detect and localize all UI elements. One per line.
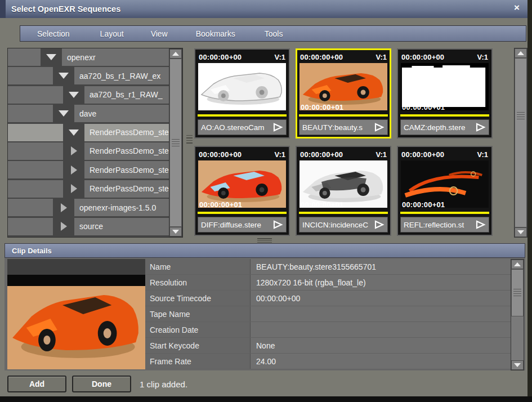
chevron-down-icon[interactable] — [69, 92, 79, 98]
chevron-right-icon[interactable] — [71, 146, 77, 155]
menu-tools[interactable]: Tools — [262, 29, 285, 38]
clip-name: CAMZ:depth.stere — [404, 123, 475, 132]
close-icon[interactable]: × — [514, 2, 520, 14]
scroll-up-icon[interactable] — [515, 48, 527, 58]
window-edge — [527, 0, 532, 402]
timecode-start: 00:00:00+00 — [300, 150, 343, 159]
clip-name: BEAUTY:beauty.s — [302, 123, 374, 132]
tree-item-renderpassdemo-3[interactable]: RenderPassDemo_ste — [8, 161, 169, 178]
scroll-down-icon[interactable] — [169, 227, 182, 236]
clip-preview-image — [7, 275, 145, 369]
window-edge — [0, 396, 532, 402]
play-icon[interactable] — [272, 220, 283, 229]
timecode-start: 00:00:00+00 — [199, 53, 242, 61]
details-scrollbar[interactable] — [511, 259, 524, 370]
version-label: V:1 — [274, 150, 285, 159]
tree-scroll-thumb[interactable] — [169, 59, 182, 227]
clip-tile-beauty-selected[interactable]: 00:00:00+00V:1 00:00:00+01 BEAUTY:beauty… — [296, 48, 391, 139]
scroll-up-icon[interactable] — [511, 260, 524, 269]
clip-label-bar[interactable]: BEAUTY:beauty.s — [299, 119, 388, 135]
detail-row-tape-name: Tape Name — [145, 306, 518, 322]
clip-details-title: Clip Details — [12, 247, 52, 255]
clip-thumbnail: 00:00:00+01 — [299, 63, 387, 110]
timecode-end: 00:00:00+01 — [402, 200, 445, 209]
timecode-end: 00:00:00+01 — [199, 103, 242, 111]
menu-selection[interactable]: Selection — [35, 29, 72, 38]
grid-scroll-thumb[interactable] — [515, 58, 527, 227]
clip-tile-ao[interactable]: 00:00:00+00V:1 00:00:00+01 AO:AO.stereoC… — [194, 48, 290, 139]
scroll-up-icon[interactable] — [169, 49, 182, 59]
version-label: V:1 — [477, 150, 488, 159]
add-button[interactable]: Add — [7, 376, 66, 392]
menu-bar: Selection Layout View Bookmarks Tools — [20, 25, 526, 42]
detail-row-source-timecode: Source Timecode00:00:00+00 — [145, 291, 518, 306]
clip-grid: 00:00:00+00V:1 00:00:00+01 AO:AO.stereoC… — [194, 48, 513, 236]
clip-timeline-bar — [198, 114, 287, 117]
clip-label-bar[interactable]: DIFF:diffuse.stere — [198, 217, 287, 233]
splitter-grip-icon — [257, 238, 272, 243]
clip-label-bar[interactable]: CAMZ:depth.stere — [400, 119, 489, 135]
clip-name: DIFF:diffuse.stere — [201, 221, 272, 229]
clip-preview — [7, 259, 145, 369]
clip-tile-diff[interactable]: 00:00:00+00V:1 00:00:00+01 DIFF:diffuse.… — [194, 146, 290, 236]
tree-item-openexr[interactable]: openexr — [8, 48, 169, 66]
scroll-down-icon[interactable] — [511, 360, 524, 370]
timecode-start: 00:00:00+00 — [300, 53, 343, 61]
chevron-right-icon[interactable] — [71, 166, 77, 175]
detail-row-name: NameBEAUTY:beauty.stere3155665701 — [145, 259, 518, 275]
play-icon[interactable] — [374, 220, 385, 229]
tree-item-openexr-images[interactable]: openexr-images-1.5.0 — [8, 199, 169, 216]
clip-thumbnail: 00:00:00+01 — [299, 160, 387, 208]
details-scroll-thumb[interactable] — [511, 269, 524, 316]
clip-timeline-bar — [400, 212, 489, 214]
play-icon[interactable] — [475, 123, 486, 132]
clip-timeline-bar — [400, 114, 489, 117]
vertical-splitter[interactable] — [186, 48, 193, 236]
scroll-down-icon[interactable] — [515, 227, 527, 237]
horizontal-splitter[interactable] — [194, 237, 515, 243]
clip-label-bar[interactable]: REFL:reflection.st — [400, 217, 489, 233]
clip-timeline-bar — [198, 212, 287, 214]
menu-view[interactable]: View — [149, 29, 170, 38]
clip-details-panel: NameBEAUTY:beauty.stere3155665701 Resolu… — [5, 258, 525, 370]
clip-tile-refl[interactable]: 00:00:00+00V:1 00:00:00+01 REFL:reflecti… — [397, 146, 493, 236]
play-icon[interactable] — [475, 220, 486, 229]
menu-bookmarks[interactable]: Bookmarks — [194, 29, 238, 38]
clip-label-bar[interactable]: INCICN:incidenceC — [299, 217, 388, 233]
chevron-right-icon[interactable] — [61, 203, 67, 212]
timecode-end: 00:00:00+01 — [301, 200, 343, 209]
tree-item-dave[interactable]: dave — [8, 105, 169, 122]
chevron-down-icon[interactable] — [69, 129, 79, 136]
clip-tile-camz[interactable]: 00:00:00+00V:1 00:00:00+01 CAMZ:depth.st… — [397, 48, 493, 139]
tree-item-source[interactable]: source — [8, 218, 169, 235]
clip-name: INCICN:incidenceC — [302, 221, 374, 229]
chevron-down-icon[interactable] — [59, 73, 69, 79]
done-button[interactable]: Done — [72, 376, 131, 392]
grid-scrollbar[interactable] — [514, 48, 527, 238]
tree-item-aa720-ex[interactable]: aa720_bs_r1_RAW_ex — [8, 67, 169, 84]
clip-thumbnail: 00:00:00+01 — [401, 160, 489, 208]
tree-item-renderpassdemo-4[interactable]: RenderPassDemo_ste — [8, 180, 169, 198]
menu-layout[interactable]: Layout — [98, 29, 126, 38]
chevron-right-icon[interactable] — [61, 222, 67, 231]
play-icon[interactable] — [374, 123, 385, 132]
clip-details-table: NameBEAUTY:beauty.stere3155665701 Resolu… — [145, 259, 518, 366]
chevron-down-icon[interactable] — [46, 54, 56, 60]
clip-label-bar[interactable]: AO:AO.stereoCam — [198, 119, 287, 135]
play-icon[interactable] — [272, 123, 283, 132]
detail-row-start-keycode: Start KeycodeNone — [145, 338, 518, 354]
title-bar[interactable]: Select OpenEXR Sequences × — [0, 0, 527, 18]
timecode-end: 00:00:00+01 — [301, 103, 343, 111]
tree-item-aa720[interactable]: aa720_bs_r1_RAW_ — [8, 86, 169, 104]
chevron-right-icon[interactable] — [71, 184, 77, 193]
tree-scrollbar[interactable] — [169, 48, 182, 237]
timecode-end: 00:00:00+01 — [402, 103, 445, 111]
timecode-start: 00:00:00+00 — [401, 150, 444, 159]
clip-tile-incicn[interactable]: 00:00:00+00V:1 00:00:00+01 INCICN:incide… — [296, 146, 391, 236]
tree-item-renderpassdemo-selected[interactable]: RenderPassDemo_ste — [8, 124, 169, 141]
chevron-down-icon[interactable] — [59, 110, 69, 117]
footer-bar: Add Done 1 clip added. — [0, 372, 527, 396]
clip-thumbnail: 00:00:00+01 — [198, 160, 286, 208]
tree-item-renderpassdemo-2[interactable]: RenderPassDemo_ste — [8, 142, 169, 160]
clip-name: AO:AO.stereoCam — [201, 123, 272, 132]
